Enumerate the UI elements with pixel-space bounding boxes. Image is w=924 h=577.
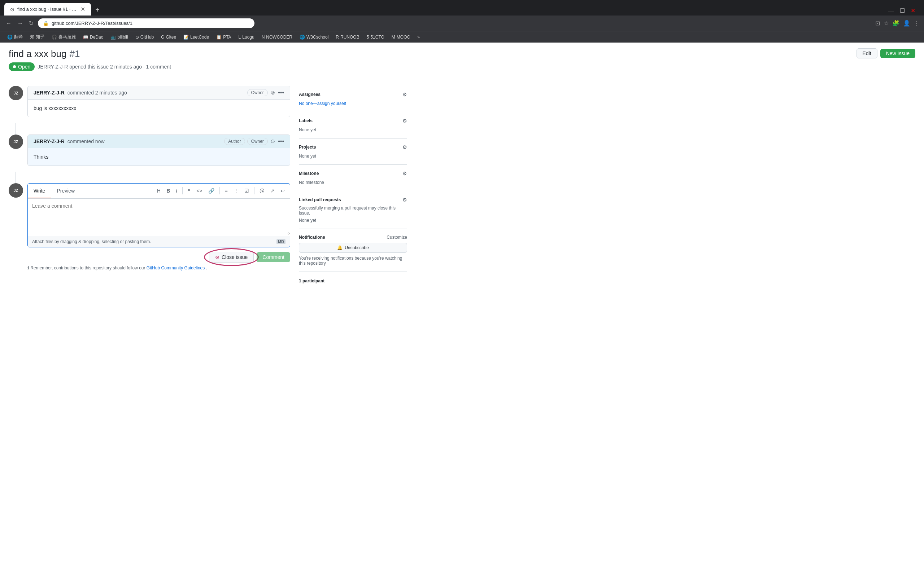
avatar-form: JZ (9, 183, 23, 198)
ref-btn[interactable]: ↗ (268, 187, 277, 195)
unsubscribe-button[interactable]: 🔔 Unsubscribe (299, 243, 407, 253)
notifications-customize[interactable]: Customize (386, 235, 407, 240)
issue-number: #1 (69, 48, 80, 60)
bookmark-pta[interactable]: 📋PTA (213, 34, 234, 41)
new-issue-button[interactable]: New Issue (880, 49, 915, 58)
more-button-2[interactable]: ••• (278, 138, 284, 145)
milestone-section: Milestone ⚙ No milestone (299, 165, 407, 191)
bookmark-dedao[interactable]: 📖DeDao (80, 34, 106, 41)
italic-btn[interactable]: I (174, 187, 179, 195)
new-tab-button[interactable]: + (92, 4, 102, 16)
preview-tab[interactable]: Preview (51, 184, 81, 198)
notifications-title: Notifications (299, 235, 325, 240)
extensions-icon[interactable]: 🧩 (892, 20, 900, 27)
assignees-gear[interactable]: ⚙ (402, 92, 407, 97)
bookmark-translate[interactable]: 🌐翻译 (4, 33, 26, 41)
emoji-button-1[interactable]: ☺ (270, 89, 276, 96)
bullet-list-btn[interactable]: ≡ (223, 187, 230, 195)
projects-gear[interactable]: ⚙ (402, 144, 407, 150)
comment-body-1: bug is xxxxxxxxxxx (28, 100, 290, 117)
back-button[interactable]: ← (4, 19, 13, 28)
close-issue-label: Close issue (221, 254, 247, 260)
bookmark-zhihu[interactable]: 知知乎 (27, 33, 47, 41)
active-tab[interactable]: ⊙ find a xxx bug · Issue #1 · JERR ✕ (4, 3, 91, 16)
labels-value: None yet (299, 127, 316, 132)
close-window-button[interactable]: ✕ (909, 6, 917, 16)
translate-icon[interactable]: ⊡ (875, 20, 880, 27)
minimize-button[interactable]: — (887, 6, 895, 16)
write-tab[interactable]: Write (28, 184, 51, 198)
assignees-section: Assignees ⚙ No one—assign yourself (299, 86, 407, 112)
emoji-button-2[interactable]: ☺ (270, 138, 276, 145)
comment-2: JZ JERRY-Z-J-R commented now Author Owne… (9, 134, 290, 166)
linked-prs-gear[interactable]: ⚙ (402, 197, 407, 203)
bookmark-github[interactable]: ⊙GitHub (132, 34, 157, 41)
comment-time-1: commented 2 minutes ago (68, 90, 127, 95)
assignees-title: Assignees (299, 92, 320, 97)
numbered-list-btn[interactable]: ⋮ (231, 187, 241, 195)
bookmark-mooc[interactable]: MMOOC (389, 34, 413, 41)
comment-button[interactable]: Comment (257, 252, 290, 262)
linked-prs-title: Linked pull requests (299, 197, 341, 202)
quote-btn[interactable]: ❝ (186, 187, 193, 195)
close-tab-button[interactable]: ✕ (81, 6, 85, 13)
bookmark-nowcoder[interactable]: NNOWCODER (259, 34, 295, 41)
address-bar[interactable]: 🔒 github.com/JERRY-Z-J-R/Test/issues/1 (38, 18, 254, 28)
status-text: Open (18, 64, 30, 69)
more-button-1[interactable]: ••• (278, 89, 284, 96)
status-badge: Open (9, 62, 35, 71)
form-actions: ⊗ Close issue Comment (27, 252, 290, 263)
textarea-wrapper: Write Preview H B I ❝ <> (27, 183, 290, 247)
community-guidelines-link[interactable]: GitHub Community Guidelines (147, 266, 205, 271)
task-list-btn[interactable]: ☑ (242, 187, 251, 195)
bookmark-w3cschool[interactable]: 🌐W3Cschool (297, 34, 331, 41)
unsubscribe-label: Unsubscribe (345, 245, 369, 250)
editor-top: Write Preview H B I ❝ <> (28, 184, 290, 199)
undo-btn[interactable]: ↩ (278, 187, 287, 195)
labels-gear[interactable]: ⚙ (402, 118, 407, 124)
status-dot (13, 65, 16, 68)
bookmark-ximalaya[interactable]: 🎧喜马拉雅 (49, 33, 79, 41)
bookmark-luogu[interactable]: LLuogu (236, 34, 257, 41)
link-btn[interactable]: 🔗 (206, 187, 216, 195)
notifications-desc: You're receiving notifications because y… (299, 256, 407, 266)
bookmark-runoob[interactable]: RRUNOOB (333, 34, 362, 41)
star-icon[interactable]: ☆ (884, 20, 888, 27)
edit-button[interactable]: Edit (856, 48, 877, 58)
bookmark-51cto[interactable]: 551CTO (364, 34, 387, 41)
bell-icon: 🔔 (337, 245, 342, 250)
comment-text-1: bug is xxxxxxxxxxx (34, 105, 76, 111)
sidebar: Assignees ⚙ No one—assign yourself Label… (299, 86, 407, 289)
bold-btn[interactable]: B (164, 187, 172, 195)
maximize-button[interactable]: ☐ (898, 6, 906, 16)
bookmark-leetcode[interactable]: 📝LeetCode (181, 34, 212, 41)
refresh-button[interactable]: ↻ (27, 18, 35, 28)
owner-badge-2: Owner (247, 138, 268, 145)
bookmark-gitee[interactable]: GGitee (158, 34, 179, 41)
comment-time-2: commented now (68, 139, 105, 144)
toolbar-divider-2 (220, 187, 220, 194)
lock-icon: 🔒 (43, 21, 49, 26)
bookmark-bilibili[interactable]: 📺bilibili (108, 34, 131, 41)
code-btn[interactable]: <> (194, 187, 204, 195)
assignees-value[interactable]: No one—assign yourself (299, 101, 346, 106)
comment-input[interactable] (28, 199, 290, 235)
forward-button[interactable]: → (16, 19, 24, 28)
milestone-gear[interactable]: ⚙ (402, 171, 407, 176)
reminder-content: Remember, contributions to this reposito… (30, 266, 145, 271)
md-icon: MD (276, 239, 286, 244)
close-issue-button[interactable]: ⊗ Close issue (209, 252, 254, 263)
projects-title: Projects (299, 145, 316, 150)
projects-section: Projects ⚙ None yet (299, 139, 407, 165)
tabs-bar: Write Preview H B I ❝ <> (28, 184, 290, 198)
labels-title: Labels (299, 118, 313, 123)
heading-btn[interactable]: H (155, 187, 163, 195)
bookmark-more[interactable]: » (414, 34, 423, 41)
more-icon[interactable]: ⋮ (914, 20, 920, 27)
mention-btn[interactable]: @ (257, 187, 267, 195)
account-icon[interactable]: 👤 (903, 20, 910, 27)
author-badge-2: Author (224, 138, 245, 145)
comment-author-1: JERRY-Z-J-R (34, 90, 65, 95)
close-issue-icon: ⊗ (215, 254, 220, 260)
milestone-title: Milestone (299, 171, 319, 176)
